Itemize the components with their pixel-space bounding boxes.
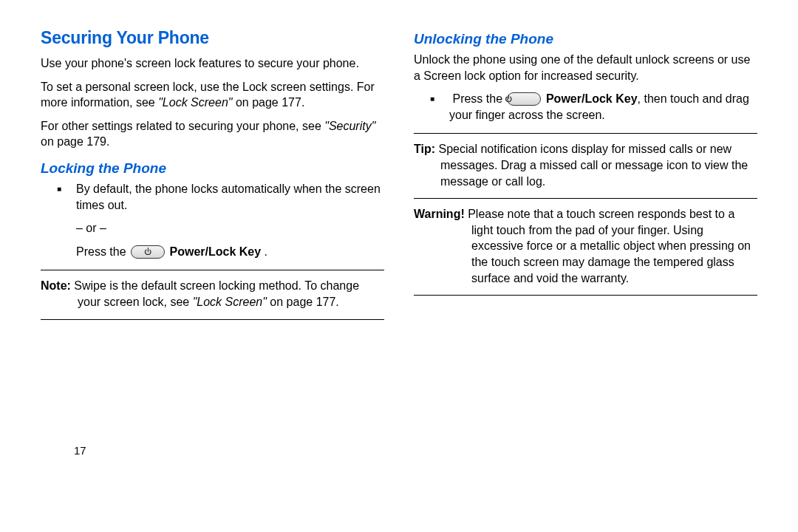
bullet-press-power-unlock: Press the ⏻ Power/Lock Key, then touch a… — [414, 91, 757, 123]
power-symbol: ⏻ — [144, 248, 151, 256]
text: Special notification icons display for m… — [435, 143, 748, 187]
ref-lock-screen: "Lock Screen" — [158, 96, 232, 109]
text: Please note that a touch screen responds… — [465, 208, 751, 284]
note-text: Note: Swipe is the default screen lockin… — [41, 278, 384, 310]
ref-lock-screen: "Lock Screen" — [193, 296, 267, 308]
bullet-auto-lock: By default, the phone locks automaticall… — [41, 181, 384, 213]
page-number: 17 — [74, 444, 86, 457]
left-column: Securing Your Phone Use your phone's scr… — [41, 28, 384, 458]
heading-securing-your-phone: Securing Your Phone — [41, 28, 384, 48]
right-column: Unlocking the Phone Unlock the phone usi… — [414, 28, 757, 458]
paragraph-intro: Use your phone's screen lock features to… — [41, 55, 384, 72]
tip-block: Tip: Special notification icons display … — [414, 133, 757, 199]
text: . — [261, 245, 267, 258]
tip-label: Tip: — [414, 143, 435, 155]
ref-security: "Security" — [324, 120, 375, 132]
warning-label: Warning! — [414, 208, 465, 220]
note-block: Note: Swipe is the default screen lockin… — [41, 270, 384, 319]
warning-block: Warning! Please note that a touch screen… — [414, 199, 757, 296]
bullet-press-power: Press the ⏻ Power/Lock Key . — [41, 244, 384, 260]
text: on page 179. — [41, 135, 109, 148]
power-lock-key-label: Power/Lock Key — [546, 92, 638, 105]
power-lock-key-label: Power/Lock Key — [169, 245, 261, 258]
heading-unlocking-the-phone: Unlocking the Phone — [414, 31, 757, 47]
power-key-icon: ⏻ — [507, 92, 541, 106]
paragraph-unlock-intro: Unlock the phone using one of the defaul… — [414, 52, 757, 83]
paragraph-lockscreen-ref: To set a personal screen lock, use the L… — [41, 79, 384, 111]
tip-text: Tip: Special notification icons display … — [414, 141, 757, 189]
power-key-icon: ⏻ — [131, 245, 165, 259]
text: Press the — [76, 245, 129, 258]
text: on page 177. — [267, 296, 339, 308]
warning-text: Warning! Please note that a touch screen… — [414, 206, 757, 286]
text: For other settings related to securing y… — [41, 120, 324, 132]
heading-locking-the-phone: Locking the Phone — [41, 160, 384, 177]
manual-page: Securing Your Phone Use your phone's scr… — [0, 0, 798, 473]
paragraph-security-ref: For other settings related to securing y… — [41, 118, 384, 150]
text: on page 177. — [232, 96, 304, 109]
bullet-text: By default, the phone locks automaticall… — [76, 183, 381, 211]
or-separator: – or – — [41, 220, 384, 236]
note-label: Note: — [41, 279, 71, 292]
text: Press the — [452, 92, 505, 105]
